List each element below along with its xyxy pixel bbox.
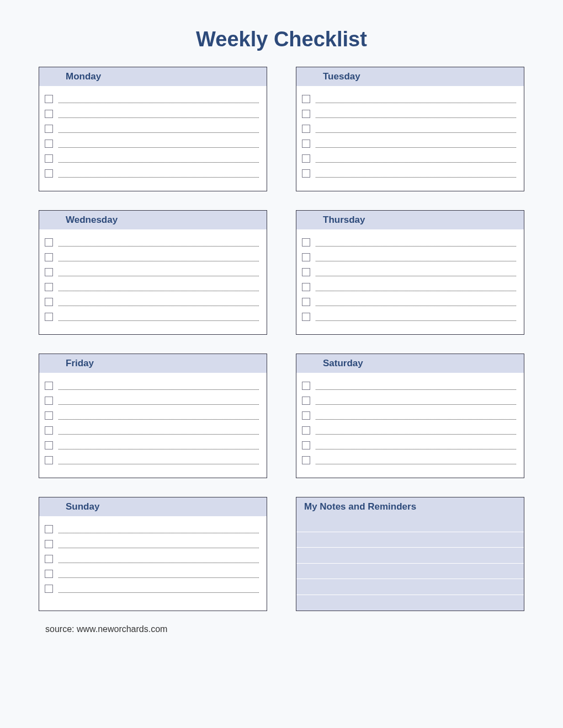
checkbox-icon[interactable] [302,110,310,118]
checkbox-icon[interactable] [302,283,310,291]
write-line[interactable] [59,117,259,118]
checkbox-icon[interactable] [302,268,310,276]
write-line[interactable] [59,147,259,148]
checkbox-icon[interactable] [45,585,53,593]
write-line[interactable] [59,548,259,548]
card-thursday: Thursday [296,210,524,335]
checkbox-icon[interactable] [45,456,53,464]
write-line[interactable] [316,246,516,247]
write-line[interactable] [59,592,259,593]
checkbox-icon[interactable] [45,313,53,321]
header-monday: Monday [39,67,267,86]
checkbox-icon[interactable] [302,95,310,103]
write-line[interactable] [59,434,259,435]
checklist-row [302,233,516,248]
checkbox-icon[interactable] [302,313,310,321]
write-line[interactable] [59,577,259,578]
checkbox-icon[interactable] [45,298,53,306]
write-line[interactable] [316,419,516,420]
checkbox-icon[interactable] [45,540,53,548]
write-line[interactable] [316,162,516,163]
checkbox-icon[interactable] [45,253,53,261]
write-line[interactable] [59,404,259,405]
notes-line[interactable] [296,532,524,548]
checkbox-icon[interactable] [45,382,53,390]
write-line[interactable] [59,449,259,449]
checkbox-icon[interactable] [302,140,310,148]
header-sunday: Sunday [39,497,267,516]
checklist-row [302,149,516,164]
write-line[interactable] [316,261,516,261]
checkbox-icon[interactable] [45,441,53,449]
checkbox-icon[interactable] [45,397,53,405]
checkbox-icon[interactable] [45,169,53,178]
checkbox-icon[interactable] [45,140,53,148]
write-line[interactable] [59,464,259,464]
checkbox-icon[interactable] [45,268,53,276]
checkbox-icon[interactable] [45,555,53,563]
write-line[interactable] [316,177,516,178]
write-line[interactable] [316,464,516,464]
checkbox-icon[interactable] [45,411,53,420]
write-line[interactable] [316,276,516,276]
checkbox-icon[interactable] [302,456,310,464]
notes-line[interactable] [296,548,524,564]
write-line[interactable] [316,132,516,133]
notes-line[interactable] [296,579,524,595]
checkbox-icon[interactable] [302,238,310,247]
write-line[interactable] [59,246,259,247]
write-line[interactable] [59,132,259,133]
write-line[interactable] [59,419,259,420]
checklist-row [302,391,516,406]
write-line[interactable] [316,291,516,291]
write-line[interactable] [316,117,516,118]
checklist-row [45,520,259,534]
write-line[interactable] [59,177,259,178]
write-line[interactable] [316,147,516,148]
checkbox-icon[interactable] [45,570,53,578]
write-line[interactable] [59,563,259,563]
checkbox-icon[interactable] [45,238,53,247]
checkbox-icon[interactable] [45,154,53,163]
checkbox-icon[interactable] [302,125,310,133]
write-line[interactable] [59,291,259,291]
write-line[interactable] [316,306,516,306]
write-line[interactable] [59,103,259,103]
body-wednesday [39,229,267,334]
checklist-row [302,451,516,465]
write-line[interactable] [316,389,516,390]
checkbox-icon[interactable] [302,253,310,261]
write-line[interactable] [59,389,259,390]
notes-line[interactable] [296,595,524,611]
checkbox-icon[interactable] [302,441,310,449]
write-line[interactable] [316,404,516,405]
notes-line[interactable] [296,564,524,580]
write-line[interactable] [316,103,516,103]
write-line[interactable] [59,533,259,533]
checkbox-icon[interactable] [302,154,310,163]
checkbox-icon[interactable] [45,110,53,118]
checklist-row [302,164,516,179]
write-line[interactable] [316,449,516,449]
checkbox-icon[interactable] [302,397,310,405]
checkbox-icon[interactable] [45,426,53,435]
write-line[interactable] [59,320,259,321]
write-line[interactable] [59,162,259,163]
checkbox-icon[interactable] [302,411,310,420]
checkbox-icon[interactable] [45,283,53,291]
checkbox-icon[interactable] [302,426,310,435]
write-line[interactable] [316,434,516,435]
checkbox-icon[interactable] [302,298,310,306]
write-line[interactable] [59,261,259,261]
write-line[interactable] [59,306,259,306]
notes-line[interactable] [296,516,524,532]
checkbox-icon[interactable] [45,125,53,133]
checkbox-icon[interactable] [302,382,310,390]
checkbox-icon[interactable] [302,169,310,178]
write-line[interactable] [59,276,259,276]
card-tuesday: Tuesday [296,67,524,191]
checkbox-icon[interactable] [45,525,53,533]
checkbox-icon[interactable] [45,95,53,103]
write-line[interactable] [316,320,516,321]
checklist-row [45,436,259,451]
